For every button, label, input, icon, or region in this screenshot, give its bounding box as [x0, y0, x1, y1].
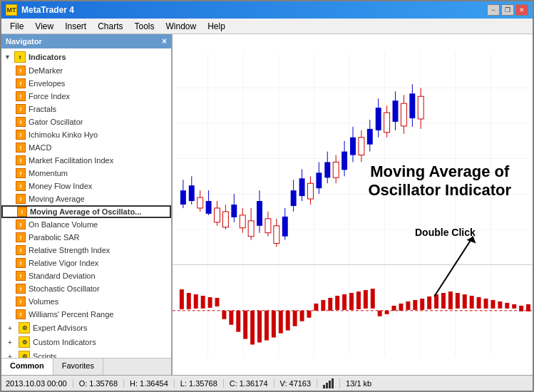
item-ichimoku[interactable]: f Ichimoku Kinko Hyo [1, 128, 171, 141]
item-rsi[interactable]: f Relative Strength Index [1, 244, 171, 257]
svg-rect-90 [279, 311, 283, 334]
svg-rect-113 [441, 293, 446, 309]
status-close: C: 1.36174 [230, 379, 274, 388]
item-std-dev[interactable]: f Standard Deviation [1, 269, 171, 282]
svg-rect-98 [335, 296, 339, 310]
item-rvi[interactable]: f Relative Vigor Index [1, 257, 171, 269]
item-mao[interactable]: f Moving Average of Oscillato... [1, 205, 171, 218]
svg-rect-59 [350, 138, 356, 155]
svg-rect-21 [189, 185, 195, 201]
svg-rect-25 [206, 201, 212, 214]
menu-tools[interactable]: Tools [129, 20, 160, 33]
svg-rect-47 [299, 178, 305, 196]
svg-rect-71 [401, 103, 406, 126]
svg-rect-118 [477, 297, 481, 309]
item-fractals[interactable]: f Fractals [1, 103, 171, 115]
item-momentum[interactable]: f Momentum [1, 167, 171, 180]
item-icon-williams: f [16, 309, 26, 319]
ea-label: Expert Advisors [33, 324, 87, 332]
status-bars-icon-container [323, 378, 340, 388]
svg-rect-49 [307, 183, 313, 199]
custom-indicators-row[interactable]: + ⚙ Custom Indicators [1, 335, 171, 349]
close-button[interactable]: ✕ [515, 4, 528, 16]
item-market-facilitation[interactable]: f Market Facilitation Index [1, 154, 171, 167]
item-williams[interactable]: f Williams' Percent Range [1, 308, 171, 321]
main-window: MT MetaTrader 4 − ❐ ✕ File View Insert C… [0, 0, 534, 392]
svg-rect-77 [187, 293, 191, 309]
svg-rect-102 [364, 290, 368, 309]
item-label-volumes: Volumes [29, 297, 58, 306]
navigator-title: Navigator [6, 37, 42, 46]
bar3 [329, 381, 331, 388]
tab-favorites[interactable]: Favorites [53, 359, 103, 375]
item-icon-stochastic: f [16, 284, 26, 294]
svg-rect-119 [484, 299, 488, 309]
ea-section-icon: ⚙ [19, 322, 30, 334]
item-envelopes[interactable]: f Envelopes [1, 77, 171, 90]
svg-rect-37 [257, 201, 262, 226]
svg-rect-115 [456, 293, 460, 309]
item-parabolic-sar[interactable]: f Parabolic SAR [1, 231, 171, 244]
item-force-index[interactable]: f Force Index [1, 90, 171, 103]
minimize-button[interactable]: − [487, 4, 500, 16]
restore-button[interactable]: ❐ [501, 4, 514, 16]
menu-view[interactable]: View [29, 20, 59, 33]
item-moving-average[interactable]: f Moving Average [1, 192, 171, 205]
item-icon-rsi: f [16, 245, 26, 255]
svg-rect-93 [300, 311, 304, 321]
high-value: 1.36454 [140, 379, 168, 388]
svg-rect-100 [349, 293, 354, 310]
svg-rect-76 [180, 289, 184, 309]
item-label-mao: Moving Average of Oscillato... [30, 207, 141, 216]
item-volumes[interactable]: f Volumes [1, 295, 171, 308]
svg-rect-57 [342, 152, 347, 170]
tab-common[interactable]: Common [1, 359, 53, 375]
item-money-flow[interactable]: f Money Flow Index [1, 180, 171, 192]
bars-icon [323, 378, 334, 388]
item-icon-mao: f [17, 207, 27, 217]
expert-advisors-row[interactable]: + ⚙ Expert Advisors [1, 321, 171, 335]
svg-rect-41 [274, 226, 279, 244]
svg-rect-94 [307, 311, 312, 318]
item-label-rsi: Relative Strength Index [29, 246, 110, 254]
ci-section-icon: ⚙ [19, 336, 30, 348]
navigator-panel: Navigator × ▼ f Indicators f DeMarker [1, 34, 173, 375]
chart-area[interactable]: Moving Average of Oscillator Indicator D… [173, 34, 533, 375]
ci-label: Custom Indicators [33, 338, 96, 346]
ci-plus-icon: + [4, 336, 16, 348]
bar1 [323, 385, 325, 388]
svg-rect-55 [333, 162, 339, 177]
nav-tree[interactable]: ▼ f Indicators f DeMarker f Envelopes [1, 48, 171, 358]
item-icon-gator: f [16, 117, 26, 127]
scripts-plus-icon: + [4, 351, 16, 358]
menu-charts[interactable]: Charts [92, 20, 128, 33]
nav-tabs: Common Favorites [1, 358, 171, 375]
item-stochastic[interactable]: f Stochastic Oscillator [1, 282, 171, 295]
item-label-envelopes: Envelopes [29, 79, 65, 88]
menu-help[interactable]: Help [202, 20, 231, 33]
menu-insert[interactable]: Insert [59, 20, 92, 33]
item-icon-money-flow: f [16, 181, 26, 191]
indicators-section-header[interactable]: ▼ f Indicators [1, 50, 171, 64]
svg-rect-117 [470, 296, 474, 309]
svg-rect-123 [512, 304, 516, 309]
item-demarker[interactable]: f DeMarker [1, 64, 171, 77]
item-macd[interactable]: f MACD [1, 141, 171, 154]
navigator-close[interactable]: × [162, 36, 167, 46]
item-on-balance[interactable]: f On Balance Volume [1, 218, 171, 231]
item-icon-parabolic-sar: f [16, 232, 26, 242]
menu-file[interactable]: File [4, 20, 29, 33]
svg-rect-91 [286, 311, 290, 331]
scripts-label: Scripts [33, 352, 57, 358]
item-gator-oscillator[interactable]: f Gator Oscillator [1, 115, 171, 128]
item-icon-fractals: f [16, 104, 26, 114]
ea-plus-icon: + [4, 322, 16, 334]
item-label-fractals: Fractals [29, 105, 56, 113]
indicators-label: Indicators [29, 53, 66, 61]
menu-window[interactable]: Window [160, 20, 202, 33]
svg-rect-125 [526, 304, 530, 311]
scripts-section-icon: ⚙ [19, 351, 30, 358]
scripts-row[interactable]: + ⚙ Scripts [1, 349, 171, 358]
svg-rect-80 [208, 297, 212, 308]
svg-rect-96 [321, 300, 325, 311]
